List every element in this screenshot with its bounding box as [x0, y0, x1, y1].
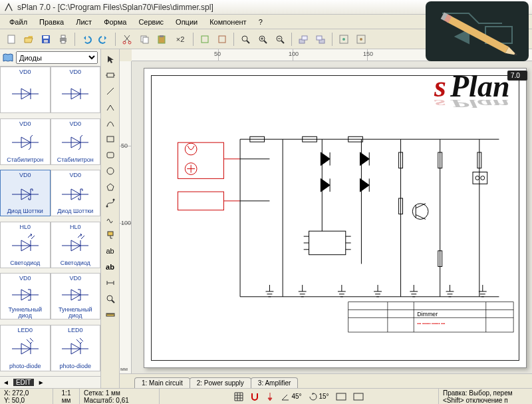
- menu-2[interactable]: Лист: [70, 17, 97, 27]
- zoom-out-icon[interactable]: [273, 32, 287, 47]
- text-ab-icon[interactable]: ab: [103, 244, 118, 258]
- menu-4[interactable]: Сервис: [133, 17, 169, 27]
- palette-item[interactable]: VD0: [51, 67, 101, 113]
- misc-a-icon[interactable]: [336, 32, 351, 47]
- diode-symbol-icon: [2, 180, 49, 208]
- palette-item[interactable]: LED0photo-diode: [51, 325, 101, 371]
- component-label: Светодиод: [10, 260, 40, 266]
- tool-b-icon[interactable]: [215, 32, 229, 47]
- circle-icon[interactable]: [103, 164, 118, 178]
- menu-6[interactable]: Компонент: [204, 17, 251, 27]
- rect-icon[interactable]: [103, 132, 118, 146]
- svg-point-63: [107, 168, 114, 174]
- component-label: photo-diode: [59, 363, 91, 369]
- open-icon[interactable]: [21, 32, 36, 47]
- svg-rect-10: [143, 37, 148, 43]
- drawing-sheet: Dimmer ••• •••••• •••••• •••: [144, 68, 527, 368]
- status-hint: Правка: Выбор, перем <Shift> отключение …: [439, 389, 532, 404]
- palette-item[interactable]: VD0Диод Шоттки: [51, 170, 101, 216]
- svg-rect-22: [302, 36, 307, 40]
- bezier-icon[interactable]: [103, 196, 118, 210]
- component-sidebar: Диоды VD0VD0VD0СтабилитронVD0Стабилитрон…: [0, 49, 101, 388]
- magnet-icon[interactable]: [250, 392, 259, 401]
- grid-icon[interactable]: [234, 392, 243, 401]
- menu-0[interactable]: Файл: [4, 17, 33, 27]
- edit-palette-button[interactable]: EDIT: [13, 379, 34, 386]
- x2-icon[interactable]: ×2: [172, 32, 189, 47]
- status-unit: мм: [62, 397, 71, 404]
- stack-a-icon[interactable]: [296, 32, 311, 47]
- next-page-button[interactable]: ►: [38, 379, 45, 386]
- measure-icon[interactable]: [103, 307, 118, 322]
- save-icon[interactable]: [39, 32, 53, 47]
- palette-item[interactable]: LED0photo-diode: [0, 325, 51, 371]
- palette-item[interactable]: HL0Светодиод: [51, 222, 101, 268]
- zoom-in-icon[interactable]: [255, 32, 270, 47]
- paint-icon[interactable]: [103, 228, 118, 242]
- print-icon[interactable]: [56, 32, 70, 47]
- diode-symbol-icon: [53, 180, 99, 208]
- palette-item[interactable]: VD0Туннельный диод: [51, 273, 101, 319]
- menu-7[interactable]: ?: [253, 17, 268, 27]
- app-icon: [4, 3, 13, 12]
- canvas-viewport[interactable]: Dimmer ••• •••••• •••••• •••: [132, 61, 532, 373]
- paste-icon[interactable]: [154, 32, 169, 47]
- text-ab-bold-icon[interactable]: ab: [103, 260, 118, 274]
- menu-5[interactable]: Опции: [170, 17, 203, 27]
- undo-icon[interactable]: [79, 32, 94, 47]
- component-label: Туннельный диод: [53, 307, 99, 319]
- menu-3[interactable]: Форма: [98, 17, 132, 27]
- palette-item[interactable]: VD0Туннельный диод: [0, 273, 51, 319]
- palette-item[interactable]: VD0Стабилитрон: [51, 118, 101, 165]
- angle-icon[interactable]: [103, 100, 118, 114]
- sheet-tabs: 1: Main circuit2: Power supply3: Amplifi…: [120, 373, 532, 388]
- status-tools: 45° 15°: [160, 389, 439, 404]
- pin-icon[interactable]: [266, 392, 274, 401]
- component-icon[interactable]: [103, 68, 118, 83]
- sheet-tab[interactable]: 1: Main circuit: [134, 377, 190, 388]
- ruler-horizontal: 50100150200: [132, 49, 532, 61]
- component-id: VD0: [69, 275, 81, 282]
- palette-item[interactable]: VD0: [0, 67, 51, 113]
- zoom-tool-icon[interactable]: [103, 292, 118, 306]
- pointer-icon[interactable]: [103, 52, 118, 67]
- polygon-icon[interactable]: [103, 180, 118, 194]
- misc-b-icon[interactable]: [354, 32, 368, 47]
- svg-line-18: [264, 41, 267, 43]
- svg-rect-5: [61, 35, 65, 38]
- line-icon[interactable]: [103, 84, 118, 99]
- svg-rect-73: [178, 142, 223, 178]
- new-icon[interactable]: [4, 32, 19, 47]
- redo-icon[interactable]: [96, 32, 111, 47]
- title-block: Dimmer ••• •••••• •••••• •••: [348, 302, 513, 332]
- rounded-rect-icon[interactable]: [103, 148, 118, 162]
- svg-line-69: [112, 300, 114, 303]
- library-dropdown[interactable]: Диоды: [16, 51, 98, 64]
- status-scale: 1:1 мм: [53, 389, 80, 404]
- rect-b-icon[interactable]: [353, 393, 364, 401]
- sheet-tab[interactable]: 3: Amplifier: [251, 377, 298, 388]
- curve-icon[interactable]: [103, 116, 118, 130]
- angle2-icon[interactable]: 15°: [309, 392, 329, 401]
- palette-item[interactable]: VD0Стабилитрон: [0, 118, 51, 165]
- angle1-icon[interactable]: 45°: [281, 392, 301, 401]
- svg-rect-3: [44, 40, 48, 43]
- menu-bar: ФайлПравкаЛистФормаСервисОпцииКомпонент?: [0, 15, 532, 29]
- copy-icon[interactable]: [137, 32, 152, 47]
- menu-1[interactable]: Правка: [34, 17, 69, 27]
- palette-item[interactable]: HL0Светодиод: [0, 222, 51, 268]
- component-label: Светодиод: [61, 260, 90, 266]
- stack-b-icon[interactable]: [313, 32, 328, 47]
- tool-a-icon[interactable]: [198, 32, 212, 47]
- sheet-tab[interactable]: 2: Power supply: [190, 377, 251, 388]
- component-label: Диод Шоттки: [7, 208, 43, 214]
- freehand-icon[interactable]: [103, 212, 118, 226]
- zoom-fit-icon[interactable]: [238, 32, 253, 47]
- dimension-icon[interactable]: [103, 276, 118, 290]
- status-bar: X: 272,0 Y: 50,0 1:1 мм Сетка: 1 мм Масш…: [0, 388, 532, 404]
- component-id: HL0: [70, 224, 81, 230]
- palette-item[interactable]: VD0Диод Шоттки: [0, 170, 51, 216]
- rect-a-icon[interactable]: [336, 393, 346, 401]
- prev-page-button[interactable]: ◄: [3, 379, 9, 386]
- cut-icon[interactable]: [120, 32, 134, 47]
